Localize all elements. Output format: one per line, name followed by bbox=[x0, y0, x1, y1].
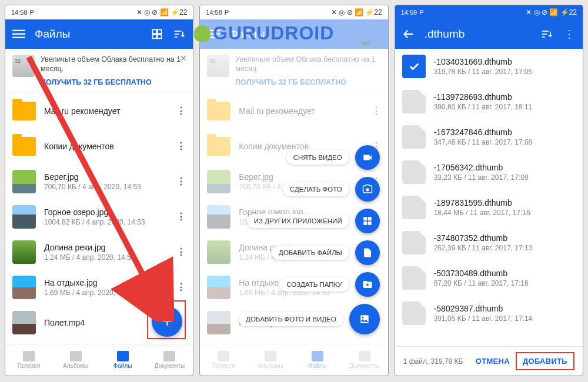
svg-rect-5 bbox=[153, 35, 157, 39]
close-icon[interactable]: ✕ bbox=[180, 53, 187, 63]
file-thumb bbox=[12, 170, 36, 193]
file-name: Mail.ru рекомендует bbox=[44, 106, 168, 116]
fab-action-icon[interactable] bbox=[355, 209, 380, 233]
bottom-nav: ГалереяАльбомыФайлыДокументы bbox=[5, 344, 193, 376]
sort-icon[interactable] bbox=[540, 28, 553, 41]
file-name: Берег.jpg bbox=[44, 172, 168, 182]
statusbar: 14:58 P ✕ ◎ ⊘ 📶 ⚡22 bbox=[5, 5, 193, 19]
nav-icon bbox=[359, 351, 370, 361]
file-meta: 391,05 КБ / 11 авг. 2017, 17:14 bbox=[434, 314, 576, 323]
watermark-net: .net bbox=[360, 40, 370, 46]
nav-icon bbox=[117, 351, 129, 361]
nav-item[interactable]: Файлы bbox=[99, 344, 146, 376]
file-thumb bbox=[207, 311, 230, 334]
file-name: Mail.ru рекомендует bbox=[239, 106, 363, 116]
fab-menu-item[interactable]: СДЕЛАТЬ ФОТО bbox=[283, 177, 380, 202]
file-meta: 706,70 КБ / 4 апр. 2020, 14:53 bbox=[44, 183, 168, 191]
nav-item[interactable]: Документы bbox=[341, 344, 388, 376]
svg-rect-15 bbox=[363, 217, 367, 220]
list-item[interactable]: Mail.ru рекомендует⋮ bbox=[5, 93, 193, 129]
back-icon[interactable] bbox=[402, 28, 415, 41]
menu-icon[interactable] bbox=[12, 28, 25, 41]
more-icon[interactable]: ⋮ bbox=[176, 140, 186, 152]
more-icon[interactable]: ⋮ bbox=[176, 176, 186, 187]
nav-label: Файлы bbox=[308, 363, 327, 369]
fab-menu-item[interactable]: СНЯТЬ ВИДЕО bbox=[286, 145, 380, 170]
list-item[interactable]: -503730489.dthumb87,20 КБ / 11 авг. 2017… bbox=[395, 260, 583, 296]
svg-rect-4 bbox=[158, 30, 162, 34]
nav-item[interactable]: Альбомы bbox=[52, 344, 99, 376]
list-item[interactable]: На отдыхе.jpg1,69 МБ / 4 апр. 2020, 14:5… bbox=[5, 270, 193, 305]
nav-item[interactable]: Альбомы bbox=[247, 344, 294, 376]
file-thumb bbox=[12, 311, 36, 334]
fab-action-icon[interactable] bbox=[349, 304, 380, 334]
sort-icon[interactable] bbox=[173, 28, 186, 41]
file-icon bbox=[402, 90, 426, 113]
more-icon[interactable]: ⋮ bbox=[176, 282, 186, 293]
fab-menu-item[interactable]: ДОБАВИТЬ ФОТО И ВИДЕО bbox=[239, 304, 380, 334]
list-item[interactable]: Берег.jpg706,70 КБ / 4 апр. 2020, 14:53⋮ bbox=[5, 164, 193, 199]
add-button[interactable]: ДОБАВИТЬ bbox=[516, 352, 574, 370]
list-item[interactable]: -1673247846.dthumb347,46 КБ / 11 авг. 20… bbox=[395, 119, 583, 155]
fab-menu-item[interactable]: ДОБАВИТЬ ФАЙЛЫ bbox=[272, 240, 380, 265]
more-icon[interactable]: ⋮ bbox=[176, 105, 186, 116]
list-item[interactable]: Mail.ru рекомендует⋮ bbox=[200, 93, 387, 129]
file-name: -1897831595.dthumb bbox=[434, 198, 576, 207]
nav-label: Документы bbox=[155, 363, 185, 369]
file-name: -1139728693.dthumb bbox=[434, 92, 576, 102]
checkbox-icon[interactable] bbox=[402, 55, 426, 78]
nav-label: Файлы bbox=[113, 363, 132, 369]
list-item[interactable]: -374807352.dthumb262,39 КБ / 11 авг. 201… bbox=[395, 225, 583, 260]
more-icon[interactable]: ⋮ bbox=[176, 211, 186, 222]
file-icon bbox=[402, 160, 426, 184]
file-icon bbox=[402, 301, 426, 325]
list-item[interactable]: -1034031669.dthumb319,78 КБ / 11 авг. 20… bbox=[395, 49, 583, 84]
file-meta: 1,69 МБ / 4 апр. 2020, 14:53 bbox=[44, 289, 168, 297]
screen-3: 14:59 P ✕ ◎ ⊘ 📶 ⚡22 .dthumb ⋮ -103403166… bbox=[395, 5, 583, 376]
file-meta: 33,23 КБ / 11 авг. 2017, 17:09 bbox=[434, 173, 576, 182]
page-title: Файлы bbox=[35, 28, 141, 41]
nav-item[interactable]: Галерея bbox=[5, 344, 52, 376]
statusbar: 14:58 P ✕ ◎ ⊘ 📶 ⚡22 bbox=[200, 5, 387, 19]
more-icon[interactable]: ⋮ bbox=[372, 105, 381, 116]
svg-rect-3 bbox=[153, 30, 157, 34]
svg-rect-1 bbox=[12, 33, 25, 35]
svg-rect-21 bbox=[542, 31, 549, 32]
fab-action-icon[interactable] bbox=[355, 177, 380, 202]
file-thumb bbox=[12, 205, 36, 229]
nav-label: Документы bbox=[349, 363, 380, 369]
watermark-logo: GURUDROID bbox=[194, 22, 334, 44]
list-item[interactable]: Горное озеро.jpg1004,82 КБ / 4 апр. 2020… bbox=[5, 199, 193, 234]
list-item[interactable]: -17056342.dthumb33,23 КБ / 11 авг. 2017,… bbox=[395, 155, 583, 190]
statusbar: 14:59 P ✕ ◎ ⊘ 📶 ⚡22 bbox=[395, 5, 583, 19]
fab-add[interactable]: + bbox=[152, 306, 182, 337]
file-name: На отдыхе.jpg bbox=[44, 278, 168, 287]
list-item[interactable]: -58029387.dthumb391,05 КБ / 11 авг. 2017… bbox=[395, 296, 583, 331]
nav-item[interactable]: Галерея bbox=[200, 344, 247, 376]
list-item[interactable]: Копии документов⋮ bbox=[5, 129, 193, 164]
more-icon[interactable]: ⋮ bbox=[176, 246, 186, 257]
fab-menu-item[interactable]: СОЗДАТЬ ПАПКУ bbox=[279, 272, 379, 297]
screen-1: 14:58 P ✕ ◎ ⊘ 📶 ⚡22 Файлы Увеличьте объе… bbox=[5, 5, 193, 376]
file-thumb bbox=[207, 170, 230, 193]
more-icon[interactable]: ⋮ bbox=[563, 28, 576, 41]
cancel-button[interactable]: ОТМЕНА bbox=[470, 353, 516, 369]
fab-action-icon[interactable] bbox=[355, 240, 380, 265]
fab-menu: СНЯТЬ ВИДЕОСДЕЛАТЬ ФОТОИЗ ДРУГИХ ПРИЛОЖЕ… bbox=[239, 145, 380, 334]
list-item[interactable]: -1897831595.dthumb18,44 МБ / 11 авг. 201… bbox=[395, 190, 583, 225]
grid-view-icon[interactable] bbox=[151, 28, 163, 41]
file-thumb bbox=[207, 137, 230, 156]
file-icon bbox=[402, 125, 426, 149]
file-meta: 1,24 МБ / 4 апр. 2020, 14:53 bbox=[44, 253, 168, 262]
selection-summary: 1 файл, 319,78 КБ bbox=[403, 357, 470, 366]
nav-item[interactable]: Файлы bbox=[294, 344, 341, 376]
svg-rect-7 bbox=[175, 31, 182, 32]
fab-action-icon[interactable] bbox=[355, 145, 380, 170]
nav-item[interactable]: Документы bbox=[146, 344, 193, 376]
list-item[interactable]: -1139728693.dthumb390,80 КБ / 11 авг. 20… bbox=[395, 84, 583, 119]
fab-label: СОЗДАТЬ ПАПКУ bbox=[279, 277, 349, 291]
list-item[interactable]: Долина реки.jpg1,24 МБ / 4 апр. 2020, 14… bbox=[5, 234, 193, 270]
promo-link[interactable]: ПОЛУЧИТЬ 32 ГБ БЕСПЛАТНО bbox=[41, 78, 186, 87]
fab-menu-item[interactable]: ИЗ ДРУГИХ ПРИЛОЖЕНИЙ bbox=[247, 209, 380, 233]
fab-action-icon[interactable] bbox=[355, 272, 380, 297]
